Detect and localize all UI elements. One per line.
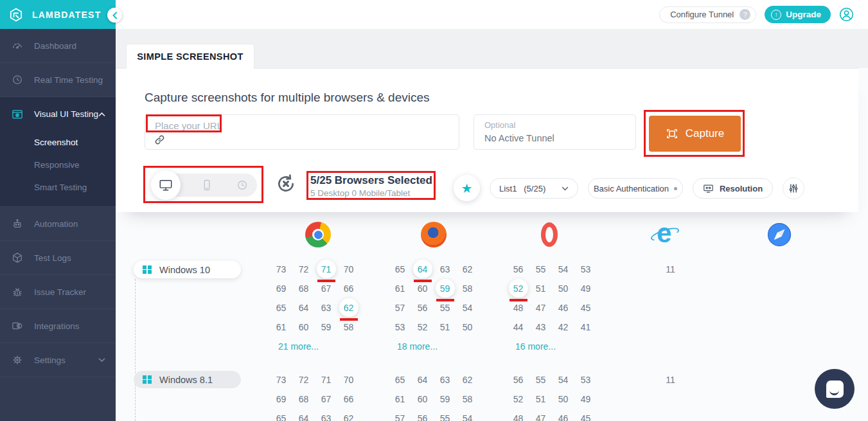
version-chrome-64[interactable]: 64	[294, 409, 314, 421]
version-chrome-67[interactable]: 67	[317, 279, 336, 298]
version-opera-52[interactable]: 52	[509, 279, 528, 298]
version-opera-48[interactable]: 48	[509, 409, 528, 421]
more-versions-link-firefox[interactable]: 18 more...	[389, 337, 438, 356]
version-firefox-61[interactable]: 61	[391, 279, 410, 298]
basic-authentication-button[interactable]: Basic Authentication	[588, 178, 683, 199]
version-firefox-63[interactable]: 63	[436, 260, 455, 278]
version-chrome-73[interactable]: 73	[272, 370, 291, 389]
version-firefox-57[interactable]: 57	[391, 409, 410, 421]
version-chrome-63[interactable]: 63	[317, 409, 336, 421]
version-firefox-60[interactable]: 60	[413, 390, 432, 408]
version-firefox-50[interactable]: 50	[458, 318, 477, 336]
sidebar-item-dashboard[interactable]: Dashboard	[0, 29, 116, 63]
version-chrome-68[interactable]: 68	[294, 279, 314, 298]
version-chrome-59[interactable]: 59	[317, 318, 336, 336]
version-chrome-63[interactable]: 63	[317, 298, 336, 317]
filter-settings-button[interactable]	[783, 177, 804, 199]
version-opera-42[interactable]: 42	[554, 318, 573, 336]
user-avatar-icon[interactable]	[839, 7, 854, 22]
version-opera-51[interactable]: 51	[531, 279, 551, 298]
version-firefox-56[interactable]: 56	[413, 409, 432, 421]
version-opera-49[interactable]: 49	[576, 279, 596, 298]
browser-list-dropdown[interactable]: List1 (5/25)	[490, 178, 578, 199]
version-ie-11[interactable]: 11	[661, 260, 680, 278]
version-opera-52[interactable]: 52	[509, 390, 528, 408]
sidebar-collapse-button[interactable]	[107, 8, 122, 22]
version-firefox-52[interactable]: 52	[413, 318, 432, 336]
sidebar-subitem-smart-testing[interactable]: Smart Testing	[0, 176, 116, 199]
version-opera-54[interactable]: 54	[554, 370, 573, 389]
version-opera-44[interactable]: 44	[509, 318, 528, 336]
version-firefox-65[interactable]: 65	[391, 370, 410, 389]
sidebar-item-integrations[interactable]: Integrations	[0, 309, 116, 343]
version-opera-48[interactable]: 48	[509, 298, 528, 317]
version-opera-54[interactable]: 54	[554, 260, 573, 278]
sidebar-item-issue-tracker[interactable]: Issue Tracker	[0, 275, 116, 309]
version-opera-47[interactable]: 47	[531, 409, 551, 421]
configure-tunnel-button[interactable]: Configure Tunnel ?	[659, 6, 756, 23]
os-pill-windows-10[interactable]: Windows 10	[134, 261, 241, 278]
version-chrome-66[interactable]: 66	[339, 390, 359, 408]
version-firefox-51[interactable]: 51	[436, 318, 455, 336]
sidebar-item-automation[interactable]: Automation	[0, 207, 116, 241]
version-opera-45[interactable]: 45	[576, 298, 596, 317]
version-firefox-54[interactable]: 54	[458, 409, 477, 421]
version-opera-46[interactable]: 46	[554, 298, 573, 317]
version-chrome-70[interactable]: 70	[339, 370, 359, 389]
version-opera-43[interactable]: 43	[531, 318, 551, 336]
version-opera-55[interactable]: 55	[531, 260, 551, 278]
version-chrome-62[interactable]: 62	[339, 409, 359, 421]
version-ie-11[interactable]: 11	[661, 370, 680, 389]
version-firefox-62[interactable]: 62	[458, 370, 477, 389]
sidebar-item-test-logs[interactable]: Test Logs	[0, 241, 116, 275]
resolution-button[interactable]: Resolution	[693, 178, 773, 199]
version-opera-55[interactable]: 55	[531, 370, 551, 389]
version-chrome-58[interactable]: 58	[339, 318, 359, 336]
version-opera-47[interactable]: 47	[531, 298, 551, 317]
version-firefox-60[interactable]: 60	[413, 279, 432, 298]
tab-simple-screenshot[interactable]: SIMPLE SCREENSHOT	[126, 44, 254, 69]
version-opera-56[interactable]: 56	[509, 370, 528, 389]
version-firefox-56[interactable]: 56	[413, 298, 432, 317]
chat-widget-button[interactable]	[815, 369, 855, 409]
more-versions-link-chrome[interactable]: 21 more...	[270, 337, 319, 356]
version-firefox-58[interactable]: 58	[458, 390, 477, 408]
version-firefox-59[interactable]: 59	[436, 279, 455, 298]
version-firefox-55[interactable]: 55	[436, 298, 455, 317]
version-firefox-57[interactable]: 57	[391, 298, 410, 317]
version-opera-51[interactable]: 51	[531, 390, 551, 408]
sidebar-subitem-responsive[interactable]: Responsive	[0, 154, 116, 176]
version-opera-41[interactable]: 41	[576, 318, 596, 336]
capture-button[interactable]: Capture	[649, 116, 741, 152]
version-firefox-55[interactable]: 55	[436, 409, 455, 421]
version-firefox-65[interactable]: 65	[391, 260, 410, 278]
version-chrome-60[interactable]: 60	[294, 318, 314, 336]
version-chrome-71[interactable]: 71	[317, 260, 336, 278]
version-chrome-66[interactable]: 66	[339, 279, 359, 298]
version-chrome-68[interactable]: 68	[294, 390, 314, 408]
version-opera-53[interactable]: 53	[576, 370, 596, 389]
version-chrome-65[interactable]: 65	[272, 298, 291, 317]
version-chrome-64[interactable]: 64	[294, 298, 314, 317]
os-pill-windows-8-1[interactable]: Windows 8.1	[134, 371, 241, 388]
version-opera-53[interactable]: 53	[576, 260, 596, 278]
version-chrome-69[interactable]: 69	[272, 279, 291, 298]
version-firefox-64[interactable]: 64	[413, 260, 432, 278]
version-firefox-61[interactable]: 61	[391, 390, 410, 408]
version-firefox-59[interactable]: 59	[436, 390, 455, 408]
url-input[interactable]	[155, 120, 449, 131]
upgrade-button[interactable]: ↑ Upgrade	[765, 6, 831, 23]
version-firefox-64[interactable]: 64	[413, 370, 432, 389]
sidebar-item-real-time-testing[interactable]: Real Time Testing	[0, 63, 116, 97]
tunnel-field[interactable]: Optional No Active Tunnel	[474, 114, 636, 150]
sidebar-item-visual-ui-testing[interactable]: Visual UI Testing	[0, 97, 116, 131]
version-chrome-65[interactable]: 65	[272, 409, 291, 421]
version-chrome-72[interactable]: 72	[294, 370, 314, 389]
version-opera-56[interactable]: 56	[509, 260, 528, 278]
version-opera-50[interactable]: 50	[554, 390, 573, 408]
version-opera-46[interactable]: 46	[554, 409, 573, 421]
version-firefox-58[interactable]: 58	[458, 279, 477, 298]
mobile-phone-icon[interactable]	[200, 179, 213, 192]
version-chrome-70[interactable]: 70	[339, 260, 359, 278]
version-chrome-62[interactable]: 62	[339, 298, 359, 317]
